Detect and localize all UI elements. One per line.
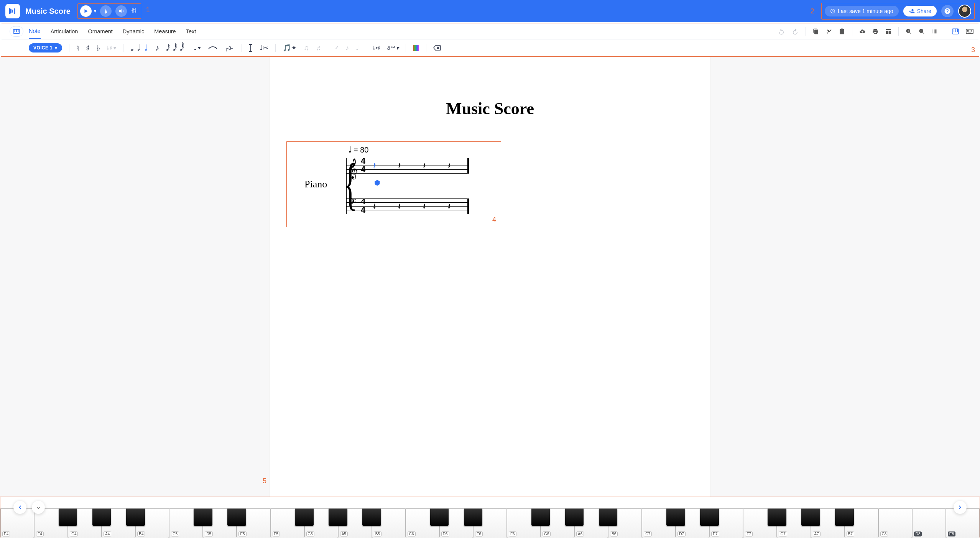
- black-key-after-G4[interactable]: [92, 508, 111, 526]
- export-button[interactable]: [859, 28, 865, 34]
- piano-keys[interactable]: E4F4G4A4B4C5D5E5F5G5A5B5C6D6E6F6G6A6B6C7…: [0, 508, 980, 538]
- canvas-area[interactable]: Music Score ♩ = 80 Piano { 𝄞 44 𝄽 𝄽 𝄽 𝄽 …: [0, 57, 980, 497]
- share-button[interactable]: Share: [903, 6, 937, 16]
- piano-icon: [13, 29, 20, 34]
- key-label: C8: [880, 531, 888, 536]
- instruments-panel-toggle[interactable]: [10, 26, 23, 37]
- eighth-note-button[interactable]: ♪: [155, 43, 159, 53]
- black-key-after-D7[interactable]: [700, 508, 719, 526]
- dotted-button[interactable]: 𝅘𝅥. ▾: [194, 44, 201, 52]
- delete-button[interactable]: [433, 45, 441, 51]
- black-key-after-F4[interactable]: [59, 508, 77, 526]
- dead-note-button[interactable]: ♩: [356, 44, 359, 52]
- piano-scroll-right[interactable]: [954, 501, 967, 514]
- copy-button[interactable]: [813, 28, 819, 34]
- annotation-1: 1: [146, 6, 150, 14]
- tab-articulation[interactable]: Articulation: [51, 25, 78, 38]
- top-bar: Music Score ▾ 1 2 Last save 1 minute ago…: [0, 0, 980, 22]
- play-button[interactable]: [80, 5, 92, 17]
- black-key-after-C5[interactable]: [194, 508, 212, 526]
- grace-note-button[interactable]: ♫: [304, 44, 309, 52]
- midi-toggle[interactable]: [952, 28, 959, 34]
- print-button[interactable]: [872, 28, 878, 34]
- black-key-after-F7[interactable]: [768, 508, 786, 526]
- tuplet-button[interactable]: ┌3┐: [225, 45, 235, 51]
- keyboard-icon: [966, 29, 973, 34]
- double-accidental-button[interactable]: ♭♯ ▾: [107, 45, 117, 51]
- typing-keyboard-button[interactable]: [966, 29, 973, 34]
- time-signature-bass[interactable]: 44: [361, 197, 365, 214]
- natural-button[interactable]: ♮: [76, 43, 79, 52]
- zoom-out-button[interactable]: [919, 28, 925, 34]
- key-label: G7: [779, 531, 787, 536]
- color-button[interactable]: [413, 45, 419, 51]
- tab-text[interactable]: Text: [186, 25, 196, 38]
- tab-measure[interactable]: Measure: [154, 25, 176, 38]
- key-label: A7: [813, 531, 821, 536]
- black-key-after-A7[interactable]: [835, 508, 854, 526]
- flat-button[interactable]: ♭: [97, 43, 100, 52]
- speaker-icon: [118, 8, 124, 14]
- white-key-C8[interactable]: C8: [878, 508, 912, 538]
- tie-button[interactable]: [208, 45, 218, 51]
- user-avatar[interactable]: [958, 5, 971, 18]
- metronome-button[interactable]: [100, 5, 112, 17]
- key-label: B6: [610, 531, 618, 536]
- metronome-icon: [103, 8, 109, 14]
- paste-button[interactable]: [839, 28, 845, 34]
- document-title[interactable]: Music Score: [25, 7, 71, 16]
- annotation-3: 3: [971, 46, 975, 54]
- black-key-after-F6[interactable]: [531, 508, 550, 526]
- layout-button[interactable]: [885, 28, 891, 34]
- score-page[interactable]: Music Score ♩ = 80 Piano { 𝄞 44 𝄽 𝄽 𝄽 𝄽 …: [270, 57, 710, 497]
- split-button[interactable]: ♩✂: [260, 44, 268, 52]
- piano-collapse-button[interactable]: [32, 501, 45, 514]
- zoom-in-button[interactable]: [906, 28, 912, 34]
- key-label: G6: [543, 531, 551, 536]
- black-key-after-C7[interactable]: [666, 508, 685, 526]
- score-system[interactable]: ♩ = 80 Piano { 𝄞 44 𝄽 𝄽 𝄽 𝄽 ⬢ 𝄢 44 𝄽: [286, 141, 501, 227]
- redo-button[interactable]: [792, 28, 799, 35]
- tab-ornament[interactable]: Ornament: [88, 25, 112, 38]
- cut-button[interactable]: [826, 28, 832, 34]
- piano-panel: E4F4G4A4B4C5D5E5F5G5A5B5C6D6E6F6G6A6B6C7…: [0, 497, 980, 538]
- black-key-after-G7[interactable]: [801, 508, 820, 526]
- help-button[interactable]: [941, 5, 954, 17]
- octave-button[interactable]: 8ᵛᵃ ▾: [387, 45, 399, 51]
- time-signature-treble[interactable]: 44: [361, 157, 365, 174]
- bass-staff[interactable]: 𝄢 44 𝄽 𝄽 𝄽 𝄽: [346, 198, 469, 214]
- score-title[interactable]: Music Score: [285, 99, 695, 118]
- undo-button[interactable]: [778, 28, 785, 35]
- black-key-after-A5[interactable]: [362, 508, 381, 526]
- play-options-chevron-icon[interactable]: ▾: [94, 8, 96, 14]
- app-logo[interactable]: [5, 4, 20, 18]
- tab-note[interactable]: Note: [29, 24, 41, 39]
- black-key-after-C6[interactable]: [430, 508, 449, 526]
- black-key-after-G5[interactable]: [329, 508, 347, 526]
- quarter-note-button[interactable]: ♩: [144, 43, 148, 53]
- insert-mode-button[interactable]: [249, 44, 253, 52]
- barlines-button[interactable]: [932, 28, 938, 34]
- treble-staff[interactable]: 𝄞 44 𝄽 𝄽 𝄽 𝄽 ⬢: [346, 158, 469, 173]
- mixer-button[interactable]: [131, 7, 137, 15]
- sharp-button[interactable]: ♯: [86, 43, 90, 52]
- slash-note-button[interactable]: 𝄍: [335, 44, 339, 52]
- beam-button[interactable]: ♬: [316, 44, 321, 52]
- transpose-button[interactable]: ♭•♯: [373, 45, 380, 51]
- black-key-after-F5[interactable]: [295, 508, 314, 526]
- volume-button[interactable]: [115, 5, 127, 17]
- instrument-label[interactable]: Piano: [304, 179, 327, 190]
- key-label: D5: [205, 531, 213, 536]
- black-key-after-D5[interactable]: [227, 508, 246, 526]
- concert-pitch-button[interactable]: 🎵✦: [283, 44, 297, 52]
- ghost-note-button[interactable]: ♪: [345, 44, 349, 52]
- black-key-after-A6[interactable]: [599, 508, 618, 526]
- black-key-after-G6[interactable]: [565, 508, 584, 526]
- piano-scroll-left[interactable]: [13, 501, 26, 514]
- black-key-after-D6[interactable]: [464, 508, 483, 526]
- voice-selector[interactable]: VOICE 1▾: [29, 43, 62, 52]
- last-save-chip[interactable]: Last save 1 minute ago: [825, 6, 899, 16]
- tab-dynamic[interactable]: Dynamic: [123, 25, 144, 38]
- black-key-after-A4[interactable]: [126, 508, 145, 526]
- white-key-D8[interactable]: D8: [912, 508, 946, 538]
